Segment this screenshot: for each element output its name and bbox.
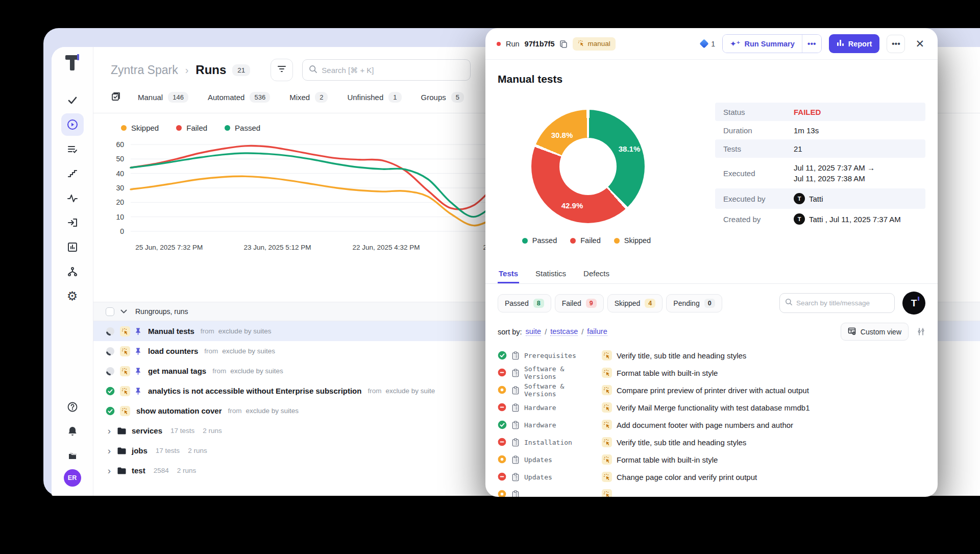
sidebar-item-plans[interactable]	[61, 138, 84, 160]
more-options-button[interactable]: •••	[887, 35, 905, 53]
chevron-right-icon[interactable]: ›	[106, 425, 113, 437]
filter-chip-skipped[interactable]: Skipped 4	[607, 294, 663, 312]
sidebar-item-runs[interactable]	[61, 113, 84, 136]
run-from-value[interactable]: exclude by suites	[230, 367, 283, 375]
panel-search[interactable]	[779, 293, 895, 313]
test-row[interactable]: Software & Versions Compare print previe…	[485, 381, 938, 399]
suite-name[interactable]: Software & Versions	[524, 382, 596, 398]
panel-search-input[interactable]	[796, 299, 889, 307]
chevron-down-icon[interactable]	[120, 307, 127, 316]
suite-name[interactable]: Installation	[524, 439, 596, 446]
run-details-panel: Run 97f1b7f5 manual 1 ✦⁺Run Summary ••• …	[485, 28, 938, 497]
sidebar-item-import[interactable]	[61, 211, 84, 234]
run-from-value[interactable]: exclude by suite	[385, 387, 435, 395]
sidebar-item-activity[interactable]	[61, 187, 84, 209]
folder-icon	[117, 446, 127, 455]
folder-tests-count: 17 tests	[156, 447, 180, 454]
view-settings-icon[interactable]	[917, 327, 925, 336]
credits-indicator[interactable]: 1	[701, 40, 715, 48]
test-row[interactable]: Prerequisites Verify title, sub title an…	[485, 347, 938, 364]
suite-name[interactable]: Hardware	[524, 421, 596, 429]
test-row[interactable]: Hardware Add document footer with page n…	[485, 416, 938, 433]
sort-failure-link[interactable]: failure	[587, 327, 607, 336]
filter-chip-passed[interactable]: Passed 8	[498, 294, 551, 312]
test-row[interactable]	[485, 486, 938, 497]
search-input[interactable]	[322, 66, 464, 75]
donut-legend-skipped[interactable]: Skipped	[614, 236, 651, 245]
close-icon[interactable]: ✕	[913, 38, 926, 50]
test-row[interactable]: Software & Versions Format table with bu…	[485, 364, 938, 381]
sidebar-item-help[interactable]	[61, 396, 84, 418]
filter-chip-failed[interactable]: Failed 9	[555, 294, 604, 312]
manual-run-icon	[120, 366, 130, 376]
donut-legend-failed[interactable]: Failed	[570, 236, 601, 245]
run-title: load counters	[148, 347, 198, 355]
sidebar-item-settings[interactable]: ⚙	[61, 285, 84, 307]
test-title[interactable]: Format table with built-in style	[617, 455, 718, 464]
run-summary-more-button[interactable]: •••	[802, 35, 821, 53]
test-title[interactable]: Format table with built-in style	[617, 369, 718, 377]
sort-testcase-link[interactable]: testcase	[550, 327, 578, 336]
suite-name[interactable]: Prerequisites	[524, 352, 596, 359]
select-all-checkbox[interactable]	[106, 307, 114, 316]
sort-suite-link[interactable]: suite	[526, 327, 542, 336]
tab-unfinished[interactable]: Unfinished1	[347, 92, 401, 103]
run-from-value[interactable]: exclude by suites	[222, 347, 275, 355]
test-title[interactable]: Verify Mail Merge functionality with tes…	[617, 403, 810, 412]
sidebar-item-branches[interactable]	[61, 260, 84, 283]
report-icon	[837, 39, 844, 48]
test-title[interactable]: Compare print preview of printer driver …	[617, 386, 809, 395]
info-label: Executed by	[723, 195, 794, 203]
suite-name[interactable]: Software & Versions	[524, 365, 596, 380]
suite-name[interactable]: Hardware	[524, 404, 596, 412]
donut-legend-passed[interactable]: Passed	[522, 236, 557, 245]
info-value: Jul 11, 2025 7:37 AM →Jul 11, 2025 7:38 …	[794, 162, 875, 184]
tab-automated[interactable]: Automated536	[208, 92, 270, 103]
donut-legend: PassedFailedSkipped	[510, 236, 663, 245]
test-row[interactable]: Updates Change page color and verify pri…	[485, 468, 938, 486]
tab-groups[interactable]: Groups5	[421, 92, 464, 103]
tab-statistics[interactable]: Statistics	[534, 265, 567, 283]
run-from-value[interactable]: exclude by suites	[218, 327, 272, 335]
suite-name[interactable]: Updates	[524, 456, 596, 464]
test-row[interactable]: Installation Verify title, sub title and…	[485, 433, 938, 451]
app-logo-icon[interactable]	[64, 54, 81, 71]
run-summary-button[interactable]: ✦⁺Run Summary	[723, 35, 802, 53]
manual-test-icon	[602, 472, 612, 482]
select-all-icon[interactable]	[111, 91, 121, 104]
chart-legend-skipped[interactable]: Skipped	[121, 124, 159, 132]
test-title[interactable]: Verify title, sub title and heading styl…	[617, 438, 746, 447]
report-button[interactable]: Report	[829, 34, 880, 53]
suite-name[interactable]: Updates	[524, 473, 596, 481]
custom-view-button[interactable]: Custom view	[841, 323, 909, 341]
sidebar-item-projects[interactable]	[61, 445, 84, 467]
filter-chip-pending[interactable]: Pending 0	[666, 294, 722, 312]
user-avatar[interactable]: ER	[64, 469, 81, 487]
sidebar-item-reports[interactable]	[61, 236, 84, 258]
tab-mixed[interactable]: Mixed2	[289, 92, 328, 103]
sidebar-item-tests[interactable]	[61, 89, 84, 111]
test-title[interactable]: Change page color and verify print outpu…	[617, 473, 757, 481]
test-row[interactable]: Updates Format table with built-in style	[485, 451, 938, 468]
sidebar-item-steps[interactable]	[61, 162, 84, 185]
tab-manual[interactable]: Manual146	[138, 92, 188, 103]
breadcrumb-separator: ›	[185, 64, 189, 76]
breadcrumb-project[interactable]: Zyntra Spark	[111, 63, 178, 77]
run-from-value[interactable]: exclude by suites	[246, 407, 299, 415]
run-info-table: Status FAILED Duration 1m 13s Tests 21 E…	[715, 103, 925, 245]
copy-icon[interactable]	[559, 40, 568, 48]
test-row[interactable]: Hardware Verify Mail Merge functionality…	[485, 399, 938, 416]
run-from-label: from	[368, 387, 381, 395]
chevron-right-icon[interactable]: ›	[106, 445, 113, 456]
test-title[interactable]: Add document footer with page numbers an…	[617, 421, 793, 429]
sidebar-item-notifications[interactable]	[61, 420, 84, 443]
test-title[interactable]: Verify title, sub title and heading styl…	[617, 351, 746, 360]
clipboard-icon	[511, 421, 520, 429]
chevron-right-icon[interactable]: ›	[106, 465, 113, 476]
chart-legend-passed[interactable]: Passed	[225, 124, 260, 132]
tab-defects[interactable]: Defects	[582, 265, 610, 283]
chart-legend-failed[interactable]: Failed	[176, 124, 207, 132]
filter-button[interactable]	[271, 59, 293, 81]
tab-tests[interactable]: Tests	[498, 265, 519, 283]
global-search[interactable]	[302, 59, 471, 81]
